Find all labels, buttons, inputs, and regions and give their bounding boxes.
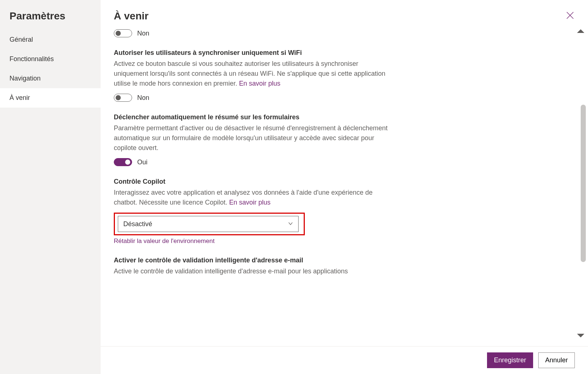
- learn-more-link[interactable]: En savoir plus: [239, 80, 280, 87]
- highlighted-region: Désactivé: [114, 213, 305, 235]
- learn-more-link[interactable]: En savoir plus: [229, 199, 270, 206]
- setting-description: Activez ce bouton bascule si vous souhai…: [114, 59, 392, 89]
- settings-sidebar: Paramètres Général Fonctionnalités Navig…: [0, 0, 101, 374]
- setting-title: Déclencher automatiquement le résumé sur…: [114, 113, 392, 121]
- sidebar-item-navigation[interactable]: Navigation: [0, 69, 101, 88]
- footer: Enregistrer Annuler: [101, 346, 588, 374]
- toggle-knob: [116, 31, 121, 36]
- toggle-label: Non: [137, 30, 149, 37]
- toggle-label: Non: [137, 94, 149, 102]
- setting-description: Active le contrôle de validation intelli…: [114, 266, 392, 276]
- main-panel: À venir Non Autoriser les utilisateurs à…: [101, 0, 588, 374]
- setting-wifi-sync: Autoriser les utilisateurs à synchronise…: [114, 49, 392, 102]
- sidebar-item-label: Navigation: [10, 75, 41, 82]
- chevron-down-icon: [288, 220, 293, 228]
- select-value: Désactivé: [123, 220, 152, 228]
- scroll-down-icon[interactable]: [577, 334, 584, 337]
- sidebar-item-label: Général: [10, 36, 33, 43]
- setting-auto-summary: Déclencher automatiquement le résumé sur…: [114, 113, 392, 166]
- toggle-label: Oui: [137, 158, 147, 166]
- sidebar-item-label: À venir: [10, 94, 30, 101]
- setting-description: Interagissez avec votre application et a…: [114, 188, 392, 207]
- setting-title: Activer le contrôle de validation intell…: [114, 257, 392, 264]
- setting-copilot-control: Contrôle Copilot Interagissez avec votre…: [114, 178, 392, 245]
- toggle-switch[interactable]: [114, 29, 132, 37]
- cancel-button[interactable]: Annuler: [538, 352, 575, 368]
- scroll-up-icon[interactable]: [577, 29, 584, 33]
- close-button[interactable]: [565, 11, 575, 22]
- sidebar-item-features[interactable]: Fonctionnalités: [0, 49, 101, 69]
- setting-title: Contrôle Copilot: [114, 178, 392, 186]
- toggle-knob: [116, 95, 121, 100]
- toggle-knob: [125, 160, 130, 165]
- sidebar-item-upcoming[interactable]: À venir: [0, 88, 101, 108]
- restore-environment-link[interactable]: Rétablir la valeur de l'environnement: [114, 238, 214, 245]
- setting-title: Autoriser les utilisateurs à synchronise…: [114, 49, 392, 57]
- toggle-row: Non: [114, 29, 392, 37]
- copilot-select[interactable]: Désactivé: [118, 216, 299, 232]
- settings-content: Non Autoriser les utilisateurs à synchro…: [101, 26, 588, 346]
- close-icon: [566, 11, 574, 21]
- sidebar-item-label: Fonctionnalités: [10, 55, 54, 63]
- toggle-switch-wifi[interactable]: [114, 94, 132, 102]
- setting-email-validation: Activer le contrôle de validation intell…: [114, 257, 392, 276]
- sidebar-title: Paramètres: [0, 10, 101, 30]
- save-button[interactable]: Enregistrer: [487, 352, 533, 368]
- setting-previous-toggle: Non: [114, 29, 392, 37]
- setting-description: Paramètre permettant d'activer ou de dés…: [114, 123, 392, 153]
- toggle-switch-auto-summary[interactable]: [114, 158, 132, 166]
- toggle-row: Non: [114, 94, 392, 102]
- scrollbar-thumb[interactable]: [581, 105, 586, 262]
- main-header: À venir: [101, 0, 588, 26]
- sidebar-item-general[interactable]: Général: [0, 30, 101, 49]
- page-title: À venir: [114, 10, 149, 22]
- toggle-row: Oui: [114, 158, 392, 166]
